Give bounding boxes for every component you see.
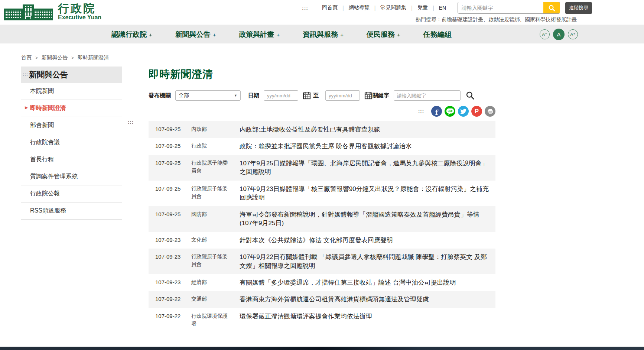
agency-select[interactable]: 全部 ▼ — [175, 90, 241, 101]
news-agency: 行政院 — [191, 142, 240, 150]
site-logo[interactable]: 行政院 Executive Yuan — [4, 3, 101, 21]
main-navigation: 認識行政院 + 新聞與公告 + 政策與計畫 + 資訊與服務 + 便民服務 + 任… — [0, 25, 644, 43]
nav-menu-item[interactable]: 任務編組 — [423, 30, 454, 39]
expand-plus-icon: + — [340, 32, 344, 38]
line-icon[interactable]: LINE — [445, 106, 455, 117]
news-title-link[interactable]: 香港商東方海外貨櫃航運公司租賃高雄港貨櫃碼頭無適法及管理疑慮 — [240, 295, 492, 304]
active-arrow-icon: ▶ — [25, 105, 28, 110]
date-to-input[interactable] — [325, 90, 360, 101]
news-date: 107-09-25 — [155, 159, 191, 176]
keyword-input[interactable] — [394, 90, 461, 101]
plurk-icon[interactable]: P — [471, 106, 482, 117]
executive-yuan-building-icon — [4, 3, 53, 21]
font-size-normal-button[interactable]: A — [553, 29, 565, 40]
date-to-label: 至 — [313, 92, 319, 99]
top-links-row: ::: 回首頁|網站導覽|常見問題集|兒童|EN 進階搜尋 — [302, 1, 577, 14]
top-nav-link[interactable]: 網站導覽 — [344, 4, 374, 11]
news-title-link[interactable]: 內政部:土地徵收公益性及必要性已有具體審查規範 — [240, 125, 492, 134]
nav-menu-item[interactable]: 政策與計畫 + — [239, 30, 280, 39]
news-date: 107-09-22 — [155, 295, 191, 304]
news-row: 107-09-23 文化部 針對本次《公共媒體法》修法 文化部再度發表回應聲明 — [149, 232, 495, 249]
expand-plus-icon: + — [397, 32, 400, 38]
sidebar-item[interactable]: ▶ RSS頻道服務 — [21, 202, 122, 220]
nav-menu-label: 政策與計畫 — [239, 30, 274, 39]
news-agency: 行政院原子能委員會 — [191, 185, 240, 202]
news-row: 107-09-23 行政院原子能委員會 107年9月22日有關媒體刊載 「綠議員… — [149, 249, 495, 274]
sidebar-item-label: RSS頻道服務 — [30, 207, 66, 214]
nav-menu-item[interactable]: 資訊與服務 + — [303, 30, 344, 39]
news-date: 107-09-25 — [155, 185, 191, 202]
news-date: 107-09-23 — [155, 236, 191, 244]
font-size-controls: A⁻ A A⁺ — [540, 25, 578, 44]
news-title-link[interactable]: 有關媒體「多少環委退席，才擋得住第三接收站」論述 台灣中油公司提出說明 — [240, 278, 492, 287]
news-agency: 國防部 — [191, 210, 240, 228]
news-row: 107-09-25 行政院原子能委員會 107年9月23日媒體報導「核三廠警報響… — [149, 181, 495, 206]
news-row: 107-09-22 行政院環境保護署 環保署嚴正澄清觀塘環評案提會作業均依法辦理 — [149, 308, 495, 332]
breadcrumb-separator: > — [35, 55, 38, 61]
news-title-link[interactable]: 海軍司令部發布新聞稿說明，針對媒體報導「潛艦國造策略奏效及首艦經費昂貴」等情(1… — [240, 210, 492, 228]
top-nav-link[interactable]: 常見問題集 — [375, 4, 411, 11]
news-date: 107-09-25 — [155, 125, 191, 134]
sidebar-item[interactable]: ▶ 質詢案件管理系統 — [21, 168, 122, 185]
date-from-input[interactable] — [264, 90, 298, 101]
keyword-filter-label: 關鍵字 — [373, 92, 389, 99]
agency-filter-label: 發布機關 — [149, 92, 171, 99]
sidebar-item-label: 首長行程 — [30, 156, 54, 162]
site-title: 行政院 — [58, 3, 101, 14]
expand-plus-icon: + — [277, 32, 280, 38]
print-icon[interactable] — [485, 106, 495, 117]
news-row: 107-09-25 行政院 政院：賴揆並未批評國民黨吳主席 盼各界用客觀數據討論… — [149, 138, 495, 155]
nav-menu-label: 便民服務 — [367, 30, 395, 39]
breadcrumb-link[interactable]: 即時新聞澄清 — [78, 55, 109, 61]
sidebar-item-label: 行政院公報 — [30, 190, 60, 197]
top-nav-link[interactable]: EN — [434, 5, 451, 11]
site-subtitle: Executive Yuan — [58, 14, 101, 21]
svg-text:LINE: LINE — [448, 110, 452, 112]
advanced-search-button[interactable]: 進階搜尋 — [565, 2, 592, 14]
date-to-calendar-button[interactable] — [364, 91, 373, 100]
news-title-link[interactable]: 107年9月22日有關媒體刊載 「綠議員參選人拿核廢料問題栽贓 陳學聖：打臉蔡英… — [240, 253, 492, 270]
news-title-link[interactable]: 107年9月23日媒體報導「核三廠警報響90分鐘又出狀況？原能會：沒有輻射污染」… — [240, 185, 492, 202]
skip-table-marker: ::: — [128, 119, 134, 125]
breadcrumb-link[interactable]: 首頁 — [21, 55, 32, 61]
sidebar-item-label: 本院新聞 — [30, 88, 54, 94]
breadcrumb-link[interactable]: 新聞與公告 — [42, 55, 68, 61]
top-nav-link[interactable]: 回首頁 — [317, 4, 342, 11]
nav-menu-item[interactable]: 新聞與公告 + — [175, 30, 216, 39]
sidebar-item[interactable]: ▶ 首長行程 — [21, 151, 122, 168]
filter-search-button[interactable] — [466, 91, 475, 100]
breadcrumb: 首頁>新聞與公告>即時新聞澄清 — [21, 55, 644, 61]
share-bar: ::: f LINE P — [149, 106, 495, 117]
news-title-link[interactable]: 107年9月25日媒體報導「環團、北海岸居民開記者會，邀馬英九參與核二廠除役說明… — [240, 159, 492, 176]
news-agency: 行政院原子能委員會 — [191, 253, 240, 270]
sidebar-item[interactable]: ▶ 本院新聞 — [21, 83, 122, 100]
sidebar-item[interactable]: ▶ 行政院會議 — [21, 134, 122, 151]
footer-top-strip — [0, 347, 644, 350]
nav-menu-label: 新聞與公告 — [175, 30, 211, 39]
site-search-input[interactable] — [458, 2, 543, 13]
news-table: 107-09-25 內政部 內政部:土地徵收公益性及必要性已有具體審查規範 10… — [149, 121, 495, 332]
news-title-link[interactable]: 環保署嚴正澄清觀塘環評案提會作業均依法辦理 — [240, 312, 492, 328]
font-size-increase-button[interactable]: A⁺ — [568, 29, 578, 39]
news-agency: 內政部 — [191, 125, 240, 134]
news-title-link[interactable]: 政院：賴揆並未批評國民黨吳主席 盼各界用客觀數據討論治水 — [240, 142, 492, 150]
sidebar-item[interactable]: ▶ 行政院公報 — [21, 185, 122, 202]
news-row: 107-09-25 國防部 海軍司令部發布新聞稿說明，針對媒體報導「潛艦國造策略… — [149, 206, 495, 232]
filter-bar: 發布機關 全部 ▼ 日期 — [149, 90, 495, 101]
page-title: 即時新聞澄清 — [149, 67, 495, 81]
font-size-decrease-button[interactable]: A⁻ — [540, 29, 550, 39]
nav-menu-item[interactable]: 便民服務 + — [367, 30, 400, 39]
facebook-icon[interactable]: f — [431, 106, 442, 117]
top-nav-link[interactable]: 兒童 — [413, 4, 433, 11]
nav-menu-item[interactable]: 認識行政院 + — [111, 30, 152, 39]
news-title-link[interactable]: 針對本次《公共媒體法》修法 文化部再度發表回應聲明 — [240, 236, 492, 244]
nav-menu-label: 資訊與服務 — [303, 30, 338, 39]
sidebar-item[interactable]: ▶ 部會新聞 — [21, 117, 122, 134]
search-icon — [466, 91, 475, 100]
page: 行政院 Executive Yuan ::: 回首頁|網站導覽|常見問題集|兒童… — [0, 0, 644, 350]
site-search-button[interactable] — [543, 2, 560, 13]
news-agency: 行政院原子能委員會 — [191, 159, 240, 176]
date-from-calendar-button[interactable] — [303, 91, 311, 100]
twitter-icon[interactable] — [458, 106, 469, 117]
sidebar-item[interactable]: ▶ 即時新聞澄清 — [21, 100, 122, 117]
